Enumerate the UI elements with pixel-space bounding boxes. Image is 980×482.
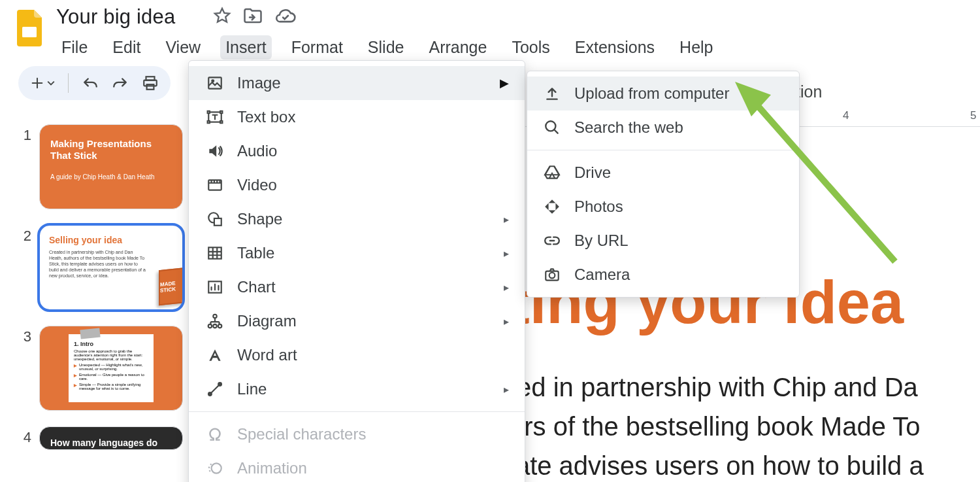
app-icon[interactable] — [13, 5, 47, 50]
thumbnail-slide-4[interactable]: How many languages do — [39, 426, 183, 450]
move-to-folder-icon[interactable] — [243, 7, 263, 27]
svg-rect-0 — [22, 27, 37, 37]
thumb1-title: Making Presentations That Stick — [50, 138, 172, 162]
slide-body-line: ors of the bestselling book Made To — [510, 409, 980, 444]
submenu-arrow-icon: ▸ — [504, 247, 509, 260]
image-icon — [206, 74, 224, 92]
svg-point-17 — [208, 324, 212, 328]
link-icon — [543, 232, 561, 250]
image-submenu: Upload from computer Search the web Driv… — [527, 71, 800, 298]
thumb3-row: Choose one approach to grab the audience… — [74, 349, 148, 361]
thumb3-row: ▶Emotional — Give people a reason to car… — [74, 373, 148, 381]
thumb-number: 2 — [20, 228, 31, 245]
thumb2-book-graphic: MADE STICK — [159, 267, 183, 305]
menu-slide[interactable]: Slide — [363, 35, 410, 60]
cloud-status-icon[interactable] — [274, 7, 297, 27]
insert-textbox[interactable]: Text box — [189, 100, 525, 134]
submenu-upload-from-computer[interactable]: Upload from computer — [527, 77, 799, 111]
menu-format[interactable]: Format — [286, 35, 348, 60]
submenu-photos[interactable]: Photos — [527, 190, 799, 224]
svg-point-18 — [213, 324, 216, 328]
menu-separator — [189, 411, 525, 412]
menu-label: Diagram — [237, 312, 297, 330]
svg-rect-10 — [220, 121, 222, 123]
svg-point-21 — [218, 383, 221, 386]
menu-label: Shape — [237, 210, 282, 228]
menu-label: Upload from computer — [574, 84, 729, 103]
insert-chart[interactable]: Chart ▸ — [189, 270, 525, 304]
thumbnail-slide-2[interactable]: Selling your idea Created in partnership… — [39, 225, 183, 310]
svg-point-20 — [208, 392, 212, 396]
menu-extensions[interactable]: Extensions — [570, 35, 660, 60]
thumb3-title: 1. Intro — [74, 341, 148, 347]
slide-thumbnails: 1 Making Presentations That Stick A guid… — [20, 124, 189, 466]
drive-icon — [543, 164, 561, 182]
new-slide-button[interactable] — [30, 76, 55, 90]
thumbnail-slide-1[interactable]: Making Presentations That Stick A guide … — [39, 124, 183, 209]
insert-table[interactable]: Table ▸ — [189, 236, 525, 270]
insert-wordart[interactable]: Word art — [189, 338, 525, 372]
thumb2-title: Selling your idea — [49, 235, 173, 245]
menu-label: Special characters — [237, 425, 366, 443]
toolbar — [18, 66, 171, 100]
wordart-icon — [206, 346, 224, 364]
animation-icon — [206, 459, 224, 477]
menu-label: Photos — [574, 198, 623, 216]
thumb3-row: ▶Simple — Provide a simple unifying mess… — [74, 383, 148, 390]
submenu-arrow-icon: ▸ — [504, 213, 509, 226]
menu-label: Line — [237, 380, 267, 398]
insert-line[interactable]: Line ▸ — [189, 372, 525, 406]
insert-video[interactable]: Video — [189, 168, 525, 202]
ruler-mark: 5 — [970, 109, 976, 122]
undo-button[interactable] — [82, 76, 99, 90]
svg-point-5 — [212, 80, 214, 82]
menu-file[interactable]: File — [56, 35, 93, 60]
menu-label: Audio — [237, 142, 277, 160]
menu-bar: File Edit View Insert Format Slide Arran… — [56, 35, 719, 60]
photos-icon — [543, 198, 561, 216]
textbox-icon — [206, 108, 224, 126]
menu-label: By URL — [574, 232, 629, 250]
svg-rect-8 — [220, 111, 222, 113]
submenu-arrow-icon: ▶ — [500, 76, 509, 90]
thumb-number: 4 — [20, 429, 31, 446]
menu-edit[interactable]: Edit — [107, 35, 146, 60]
thumb1-sub: A guide by Chip Heath & Dan Heath — [50, 173, 172, 181]
thumbnail-slide-3[interactable]: 1. Intro Choose one approach to grab the… — [39, 326, 183, 411]
document-title[interactable]: Your big idea — [56, 5, 175, 29]
slide-body-line: late advises users on how to build a — [510, 448, 980, 482]
menu-label: Drive — [574, 164, 611, 182]
menu-insert[interactable]: Insert — [220, 35, 272, 60]
thumb2-body: Created in partnership with Chip and Dan… — [49, 249, 147, 279]
insert-diagram[interactable]: Diagram ▸ — [189, 304, 525, 338]
menu-view[interactable]: View — [160, 35, 206, 60]
submenu-drive[interactable]: Drive — [527, 156, 799, 190]
slide-canvas[interactable]: ting your idea ted in partnership with C… — [510, 268, 980, 482]
menu-separator — [527, 150, 799, 150]
menu-label: Camera — [574, 266, 630, 284]
menu-arrange[interactable]: Arrange — [423, 35, 492, 60]
camera-icon — [543, 266, 561, 284]
submenu-search-web[interactable]: Search the web — [527, 111, 799, 145]
svg-point-25 — [549, 273, 555, 279]
menu-help[interactable]: Help — [674, 35, 718, 60]
star-icon[interactable] — [213, 7, 231, 27]
menu-label: Animation — [237, 459, 307, 477]
redo-button[interactable] — [112, 76, 129, 90]
svg-rect-14 — [208, 247, 221, 258]
chart-icon — [206, 278, 224, 296]
menu-label: Chart — [237, 278, 276, 296]
insert-shape[interactable]: Shape ▸ — [189, 202, 525, 236]
submenu-by-url[interactable]: By URL — [527, 224, 799, 258]
submenu-arrow-icon: ▸ — [504, 383, 509, 396]
svg-point-16 — [213, 315, 216, 318]
menu-tools[interactable]: Tools — [506, 35, 555, 60]
insert-image[interactable]: Image ▶ — [189, 66, 525, 100]
insert-audio[interactable]: Audio — [189, 134, 525, 168]
print-button[interactable] — [142, 75, 159, 91]
submenu-arrow-icon: ▸ — [504, 281, 509, 294]
submenu-camera[interactable]: Camera — [527, 258, 799, 292]
slide-body-line: ted in partnership with Chip and Da — [510, 370, 980, 405]
svg-point-19 — [218, 324, 221, 328]
menu-label: Video — [237, 176, 277, 194]
